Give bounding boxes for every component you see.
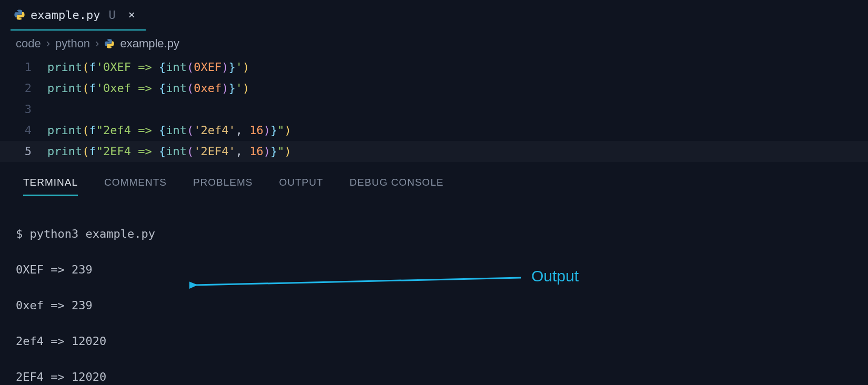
crumb-file[interactable]: example.py (120, 37, 179, 50)
python-icon (104, 38, 115, 49)
code-line[interactable]: 1 print(f'0XEF => {int(0XEF)}') (0, 57, 868, 78)
code-content[interactable]: print(f'0xef => {int(0xef)}') (47, 78, 249, 99)
terminal[interactable]: $ python3 example.py 0XEF => 239 0xef =>… (0, 196, 868, 385)
tab-debug-console[interactable]: DEBUG CONSOLE (350, 177, 444, 196)
terminal-line: $ python3 example.py (16, 225, 868, 243)
crumb-python[interactable]: python (55, 37, 90, 50)
tab-problems[interactable]: PROBLEMS (193, 177, 253, 196)
tab-comments[interactable]: COMMENTS (104, 177, 167, 196)
tab-terminal[interactable]: TERMINAL (23, 177, 78, 196)
terminal-line: 2ef4 => 12020 (16, 332, 868, 350)
python-icon (14, 9, 25, 21)
code-content[interactable]: print(f"2ef4 => {int('2ef4', 16)}") (47, 120, 291, 141)
code-line[interactable]: 5 print(f"2EF4 => {int('2EF4', 16)}") (0, 141, 868, 162)
terminal-line: 0XEF => 239 (16, 261, 868, 279)
close-icon[interactable]: × (128, 9, 135, 21)
annotation-label: Output (531, 267, 579, 285)
code-line[interactable]: 3 (0, 99, 868, 120)
tab-git-status: U (108, 8, 115, 22)
line-number: 3 (0, 99, 47, 120)
tab-bar: example.py U × (0, 0, 868, 31)
terminal-line: 0xef => 239 (16, 297, 868, 315)
code-editor[interactable]: 1 print(f'0XEF => {int(0XEF)}') 2 print(… (0, 56, 868, 162)
code-line[interactable]: 4 print(f"2ef4 => {int('2ef4', 16)}") (0, 120, 868, 141)
chevron-right-icon: › (95, 37, 99, 50)
line-number: 1 (0, 57, 47, 78)
breadcrumb[interactable]: code › python › example.py (0, 31, 868, 56)
tab-output[interactable]: OUTPUT (279, 177, 324, 196)
line-number: 2 (0, 78, 47, 99)
line-number: 5 (0, 141, 47, 162)
code-line[interactable]: 2 print(f'0xef => {int(0xef)}') (0, 78, 868, 99)
code-content[interactable]: print(f'0XEF => {int(0XEF)}') (47, 57, 249, 78)
panel-tabs: TERMINAL COMMENTS PROBLEMS OUTPUT DEBUG … (0, 162, 868, 196)
line-number: 4 (0, 120, 47, 141)
crumb-code[interactable]: code (16, 37, 41, 50)
tab-filename: example.py (31, 8, 100, 22)
chevron-right-icon: › (46, 37, 50, 50)
editor-tab-example[interactable]: example.py U × (11, 0, 146, 31)
terminal-line: 2EF4 => 12020 (16, 368, 868, 385)
code-content[interactable]: print(f"2EF4 => {int('2EF4', 16)}") (47, 141, 291, 162)
